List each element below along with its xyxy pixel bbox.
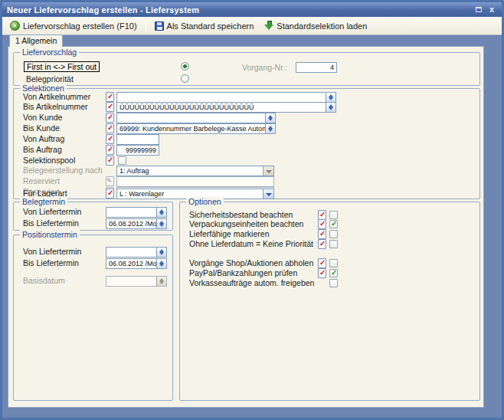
group-belegtermin: Belegtermin Von Liefertermin Bis Liefert… [13, 202, 173, 231]
create-delivery-proposal-button[interactable]: Liefervorschlag erstellen (F10) [5, 18, 142, 33]
ohne-lieferdatum-checkbox[interactable] [329, 240, 338, 248]
bis-auftrag-label: Bis Auftrag [23, 145, 62, 155]
reserviert-label: Reserviert [23, 176, 60, 186]
group-title: Liefervorschlag [20, 48, 79, 57]
pencil-icon [106, 176, 114, 186]
bis-liefertermin-label: Bis Liefertermin [23, 218, 79, 228]
selection-check-icon[interactable] [106, 113, 114, 123]
field-value: 99999999 [126, 146, 156, 154]
group-title: Belegtermin [20, 197, 67, 206]
von-kunde-input[interactable] [116, 113, 276, 123]
selection-check-icon[interactable] [106, 92, 114, 102]
selection-check-icon[interactable] [106, 145, 114, 155]
close-icon: x [489, 5, 494, 14]
spinner-button[interactable] [156, 219, 166, 228]
spinner-button[interactable] [265, 124, 275, 133]
priority-radio[interactable] [181, 74, 189, 83]
option-label: Vorgänge Shop/Auktionen abholen [189, 258, 313, 268]
content-panel: Liefervorschlag First in <-> First out B… [8, 46, 484, 408]
von-liefertermin-label: Von Liefertermin [23, 247, 81, 257]
selection-check-icon[interactable] [106, 102, 114, 112]
window-title: Neuer Liefervorschlag erstellen - Liefer… [7, 5, 471, 15]
von-auftrag-input[interactable] [116, 134, 159, 145]
fifo-radio[interactable] [181, 62, 189, 71]
belegerstellung-label: Belegeerstellung nach [23, 166, 103, 176]
sicherheitsbestand-checkbox[interactable] [329, 211, 338, 219]
selektionspool-checkbox[interactable] [118, 156, 126, 165]
selection-check-icon[interactable] [106, 189, 114, 199]
restore-button[interactable] [473, 5, 484, 15]
field-value: 69999: Kundennummer Barbelege-Kasse Auto… [119, 125, 276, 133]
selection-check-icon[interactable] [106, 156, 114, 166]
fifo-option-label[interactable]: First in <-> First out [24, 61, 100, 72]
reserviert-field [116, 176, 274, 187]
spinner-button[interactable] [156, 248, 166, 257]
bis-artikelnummer-input[interactable]: ÜÜÜÜÜÜÜÜÜÜÜÜÜÜÜÜÜÜÜÜÜÜÜÜÜÜÜ [116, 102, 336, 113]
selection-check-icon[interactable] [106, 123, 114, 133]
load-default-selection-label: Standardselektion laden [277, 21, 367, 31]
field-value: ÜÜÜÜÜÜÜÜÜÜÜÜÜÜÜÜÜÜÜÜÜÜÜÜÜÜÜ [119, 103, 254, 111]
title-bar[interactable]: Neuer Liefervorschlag erstellen - Liefer… [2, 2, 502, 17]
chevron-down-icon[interactable] [263, 189, 273, 199]
group-liefervorschlag: Liefervorschlag First in <-> First out B… [13, 52, 480, 86]
spinner-button[interactable] [156, 208, 166, 217]
group-title: Optionen [186, 197, 224, 206]
vorgaenge-shop-checkbox[interactable] [329, 259, 338, 267]
selection-check-icon[interactable] [318, 268, 326, 278]
basisdatum-label: Basisdatum [23, 276, 65, 286]
toolbar: Liefervorschlag erstellen (F10) Als Stan… [2, 17, 502, 35]
selection-check-icon[interactable] [106, 134, 114, 144]
spinner-button [156, 277, 166, 286]
gear-icon [10, 21, 20, 31]
basisdatum-input [106, 276, 167, 287]
download-icon [264, 21, 273, 31]
pos-von-liefertermin-input[interactable] [106, 247, 167, 258]
app-window: Neuer Liefervorschlag erstellen - Liefer… [0, 0, 504, 420]
paypal-bankzahlungen-checkbox[interactable] [329, 269, 338, 277]
belegerstellung-dropdown[interactable]: 1: Auftrag [116, 166, 274, 176]
bis-kunde-label: Bis Kunde [23, 123, 60, 133]
spinner-button[interactable] [156, 259, 166, 268]
field-value: 06.08.2012 /Mo [109, 220, 157, 228]
selection-check-icon[interactable] [318, 239, 326, 249]
field-value: L : Warenlager [119, 190, 164, 198]
option-label: Verpackungseinheiten beachten [189, 219, 303, 229]
field-value: 1: Auftrag [119, 167, 149, 175]
beleg-bis-liefertermin-input[interactable]: 06.08.2012 /Mo [106, 218, 167, 229]
beleg-von-liefertermin-input[interactable] [106, 207, 167, 218]
pos-bis-liefertermin-input[interactable]: 06.08.2012 /Mo [106, 258, 167, 269]
bis-auftrag-input[interactable]: 99999999 [116, 145, 159, 156]
option-label: Vorkasseaufträge autom. freigeben [189, 278, 314, 288]
group-selektionen: Selektionen Von Artikelnummer Bis Artike… [13, 88, 480, 199]
vorkasseauftraege-checkbox[interactable] [329, 279, 338, 287]
selection-check-icon[interactable] [318, 258, 326, 268]
verpackungseinheiten-checkbox[interactable] [329, 220, 338, 228]
close-button[interactable]: x [486, 5, 497, 15]
save-icon [155, 21, 164, 31]
option-label: Lieferfähige markieren [189, 229, 269, 239]
von-artikelnummer-input[interactable] [116, 92, 336, 103]
selection-check-icon[interactable] [318, 229, 326, 239]
lieferfaehige-checkbox[interactable] [329, 230, 338, 238]
load-default-selection-button[interactable]: Standardselektion laden [260, 18, 371, 33]
tab-allgemein[interactable]: 1 Allgemein [9, 34, 63, 47]
group-positionstermin: Positionstermin Von Liefertermin Bis Lie… [13, 235, 173, 401]
chevron-down-icon[interactable] [263, 166, 273, 176]
spinner-button[interactable] [326, 93, 335, 102]
spinner-button[interactable] [265, 113, 275, 123]
group-title: Positionstermin [20, 230, 80, 239]
field-value: 06.08.2012 /Mo [109, 260, 157, 267]
von-auftrag-label: Von Auftrag [23, 134, 64, 144]
vorgang-nr-field[interactable]: 4 [296, 62, 337, 73]
save-as-default-button[interactable]: Als Standard speichern [150, 19, 259, 33]
toolbar-separator [146, 20, 146, 32]
von-artikelnummer-label: Von Artikelnummer [23, 92, 90, 102]
group-optionen: Optionen Sicherheitsbestand beachten Ver… [179, 202, 480, 401]
bis-kunde-input[interactable]: 69999: Kundennummer Barbelege-Kasse Auto… [116, 123, 276, 134]
restore-icon [476, 7, 482, 12]
von-kunde-label: Von Kunde [23, 113, 62, 123]
selektionspool-label: Selektionspool [23, 156, 75, 166]
selection-check-icon[interactable] [318, 219, 326, 229]
von-liefertermin-label: Von Liefertermin [23, 207, 81, 217]
spinner-button[interactable] [326, 103, 335, 112]
